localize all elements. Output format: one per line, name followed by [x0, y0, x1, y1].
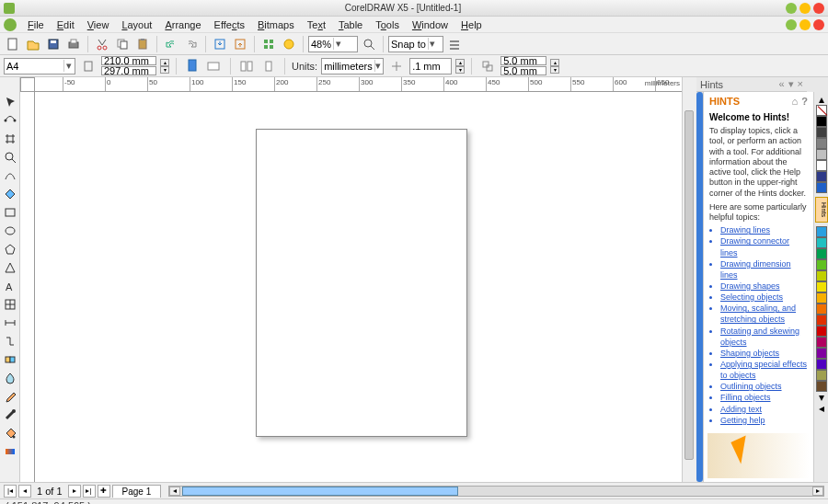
- menu-file[interactable]: File: [22, 17, 50, 32]
- redo-button[interactable]: [182, 35, 201, 53]
- dimension-tool[interactable]: [2, 315, 18, 331]
- scrollbar-vertical[interactable]: [682, 92, 696, 482]
- color-swatch[interactable]: [816, 149, 827, 160]
- docker-menu-icon[interactable]: «: [778, 78, 784, 90]
- color-swatch[interactable]: [816, 160, 827, 171]
- dup-x-field[interactable]: 5.0 mm: [500, 56, 546, 65]
- smart-fill-tool[interactable]: [2, 186, 18, 202]
- color-swatch[interactable]: [816, 226, 827, 237]
- hints-help-icon[interactable]: ?: [801, 96, 808, 107]
- menu-effects[interactable]: Effects: [209, 17, 250, 32]
- nudge-spinner[interactable]: ▴▾: [455, 59, 465, 74]
- menu-arrange[interactable]: Arrange: [159, 17, 206, 32]
- canvas[interactable]: [35, 92, 682, 482]
- menu-view[interactable]: View: [82, 17, 115, 32]
- first-page-button[interactable]: |◂: [4, 485, 17, 498]
- menu-bitmaps[interactable]: Bitmaps: [252, 17, 300, 32]
- landscape-button[interactable]: [205, 57, 224, 75]
- dup-spinner[interactable]: ▴▾: [550, 59, 559, 74]
- color-swatch[interactable]: [816, 248, 827, 259]
- hints-link[interactable]: Drawing dimension lines: [720, 258, 808, 281]
- open-button[interactable]: [24, 35, 42, 53]
- dims-spinner[interactable]: ▴▾: [160, 59, 169, 74]
- eyedropper-tool[interactable]: [2, 388, 18, 405]
- hints-link[interactable]: Outlining objects: [720, 381, 808, 392]
- text-tool[interactable]: A: [2, 278, 18, 294]
- welcome-button[interactable]: [280, 35, 298, 53]
- export-button[interactable]: [231, 35, 249, 53]
- zoom-tool-button[interactable]: [360, 35, 378, 53]
- import-button[interactable]: [211, 35, 229, 53]
- zoom-tool[interactable]: [2, 149, 18, 166]
- palette-up-icon[interactable]: ▴: [813, 94, 829, 105]
- transparency-tool[interactable]: [2, 370, 18, 386]
- color-swatch[interactable]: [816, 348, 827, 359]
- hints-link[interactable]: Moving, scaling, and stretching objects: [720, 303, 808, 325]
- hints-tab[interactable]: Hints «▾×: [696, 77, 807, 92]
- prev-page-button[interactable]: ◂: [18, 485, 31, 498]
- snap-combo[interactable]: Snap to ▾: [388, 36, 443, 52]
- hints-badge[interactable]: Hints: [815, 197, 828, 223]
- color-swatch[interactable]: [816, 326, 827, 337]
- add-page-button[interactable]: ✚: [98, 485, 110, 498]
- fill-tool[interactable]: [2, 425, 18, 441]
- color-swatch[interactable]: [816, 237, 827, 248]
- ruler-horizontal[interactable]: millimeters -500501001502002503003504004…: [35, 77, 682, 92]
- menu-window[interactable]: Window: [407, 17, 454, 32]
- dup-y-field[interactable]: 5.0 mm: [500, 66, 546, 75]
- close-button[interactable]: [813, 3, 824, 14]
- color-swatch[interactable]: [816, 116, 827, 127]
- page-width-field[interactable]: 210.0 mm: [101, 56, 156, 65]
- minimize-button[interactable]: [786, 3, 797, 14]
- hints-link[interactable]: Rotating and skewing objects: [720, 326, 808, 348]
- units-combo[interactable]: millimeters▾: [321, 58, 384, 74]
- hints-link[interactable]: Drawing lines: [720, 224, 808, 235]
- connector-tool[interactable]: [2, 333, 18, 349]
- freehand-tool[interactable]: [2, 167, 18, 184]
- color-swatch[interactable]: [816, 292, 827, 304]
- current-page-button[interactable]: [259, 57, 278, 75]
- crop-tool[interactable]: [2, 131, 18, 147]
- menu-table[interactable]: Table: [333, 17, 368, 32]
- undo-button[interactable]: [162, 35, 180, 53]
- table-tool[interactable]: [2, 296, 18, 313]
- hints-home-icon[interactable]: ⌂: [792, 96, 799, 107]
- rectangle-tool[interactable]: [2, 204, 18, 221]
- portrait-button[interactable]: [183, 57, 201, 75]
- hints-link[interactable]: Selecting objects: [720, 292, 808, 303]
- hints-handle[interactable]: [696, 92, 703, 482]
- outline-tool[interactable]: [2, 407, 18, 423]
- zoom-combo[interactable]: 48%▾: [308, 36, 358, 52]
- shape-tool[interactable]: [2, 112, 18, 129]
- ellipse-tool[interactable]: [2, 223, 18, 239]
- color-swatch[interactable]: [816, 281, 827, 292]
- doc-close-button[interactable]: [813, 19, 824, 30]
- color-swatch[interactable]: [816, 370, 827, 381]
- menu-edit[interactable]: Edit: [52, 17, 80, 32]
- paste-button[interactable]: [133, 35, 152, 53]
- color-swatch[interactable]: [816, 259, 827, 270]
- next-page-button[interactable]: ▸: [68, 485, 81, 498]
- paper-size-combo[interactable]: A4▾: [4, 58, 75, 74]
- interactive-fill-tool[interactable]: [2, 443, 18, 460]
- color-swatch[interactable]: [816, 138, 827, 149]
- hints-link[interactable]: Shaping objects: [720, 348, 808, 359]
- page-tab-1[interactable]: Page 1: [112, 485, 162, 498]
- nudge-field[interactable]: .1 mm: [409, 58, 452, 74]
- palette-flyout-icon[interactable]: ◂: [813, 403, 829, 414]
- no-color-swatch[interactable]: [816, 105, 827, 116]
- cut-button[interactable]: [93, 35, 111, 53]
- last-page-button[interactable]: ▸|: [83, 485, 96, 498]
- color-swatch[interactable]: [816, 304, 827, 315]
- pick-tool[interactable]: [2, 94, 18, 110]
- color-swatch[interactable]: [816, 171, 827, 182]
- menu-layout[interactable]: Layout: [116, 17, 157, 32]
- doc-minimize-button[interactable]: [786, 19, 797, 30]
- hints-link[interactable]: Drawing shapes: [720, 281, 808, 292]
- maximize-button[interactable]: [799, 3, 811, 14]
- color-swatch[interactable]: [816, 182, 827, 193]
- color-swatch[interactable]: [816, 127, 827, 138]
- menu-text[interactable]: Text: [302, 17, 331, 32]
- menu-tools[interactable]: Tools: [370, 17, 405, 32]
- hints-link[interactable]: Getting help: [720, 415, 808, 426]
